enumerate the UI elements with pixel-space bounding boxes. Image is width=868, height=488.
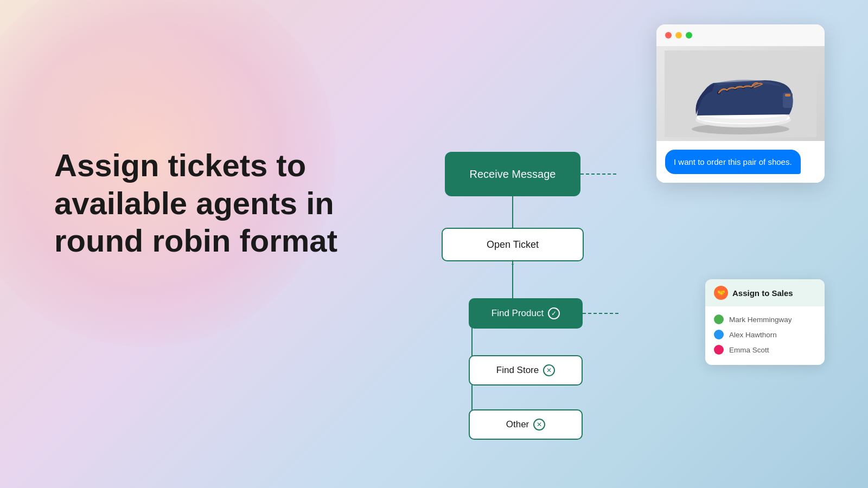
chat-message-text: I want to order this pair of shoes. — [674, 157, 792, 166]
svg-rect-10 — [785, 94, 790, 97]
receive-message-node: Receive Message — [445, 152, 580, 196]
heading-line1: Assign tickets to — [54, 147, 306, 183]
agent-item-3: Emma Scott — [714, 342, 816, 357]
receive-message-label: Receive Message — [470, 168, 556, 181]
find-product-label: Find Product — [492, 308, 544, 319]
x-icon-store: ✕ — [543, 364, 555, 376]
open-ticket-label: Open Ticket — [487, 239, 539, 251]
assign-header-icon: 🤝 — [714, 286, 728, 300]
flow-diagram: Receive Message Open Ticket ↓ Find Produ… — [353, 152, 678, 488]
heading-line2: available agents in — [54, 185, 334, 221]
find-store-node: Find Store ✕ — [469, 355, 583, 386]
dot-red — [665, 32, 672, 38]
agent-item-1: Mark Hemmingway — [714, 312, 816, 327]
shoe-illustration — [665, 50, 816, 137]
check-icon: ✓ — [548, 307, 560, 319]
shoe-image — [656, 46, 825, 141]
agent-item-2: Alex Hawthorn — [714, 327, 816, 342]
chat-message-area: I want to order this pair of shoes. — [656, 141, 825, 183]
agent-avatar-1 — [714, 314, 724, 324]
find-store-label: Find Store — [496, 365, 539, 376]
x-icon-other: ✕ — [533, 419, 545, 431]
dot-green — [686, 32, 692, 38]
find-product-node: Find Product ✓ — [469, 298, 583, 329]
assign-header: 🤝 Assign to Sales — [705, 279, 825, 306]
assign-agent-list: Mark Hemmingway Alex Hawthorn Emma Scott — [705, 306, 825, 365]
assign-header-label: Assign to Sales — [732, 288, 793, 298]
other-label: Other — [506, 419, 529, 430]
arrow-down-icon: ↓ — [510, 256, 515, 268]
agent-name-1: Mark Hemmingway — [729, 316, 792, 324]
chat-bubble: I want to order this pair of shoes. — [665, 150, 801, 174]
agent-avatar-3 — [714, 345, 724, 355]
heading-section: Assign tickets to available agents in ro… — [54, 146, 358, 260]
open-ticket-node: Open Ticket ↓ — [442, 228, 584, 261]
agent-name-2: Alex Hawthorn — [729, 331, 777, 339]
chat-titlebar — [656, 24, 825, 46]
other-node: Other ✕ — [469, 409, 583, 440]
chat-window: I want to order this pair of shoes. — [656, 24, 825, 183]
agent-avatar-2 — [714, 330, 724, 339]
heading-text: Assign tickets to available agents in ro… — [54, 146, 358, 260]
assign-to-sales-panel: 🤝 Assign to Sales Mark Hemmingway Alex H… — [705, 279, 825, 365]
dot-yellow — [675, 32, 682, 38]
agent-name-3: Emma Scott — [729, 346, 769, 354]
heading-line3: round robin format — [54, 223, 337, 258]
